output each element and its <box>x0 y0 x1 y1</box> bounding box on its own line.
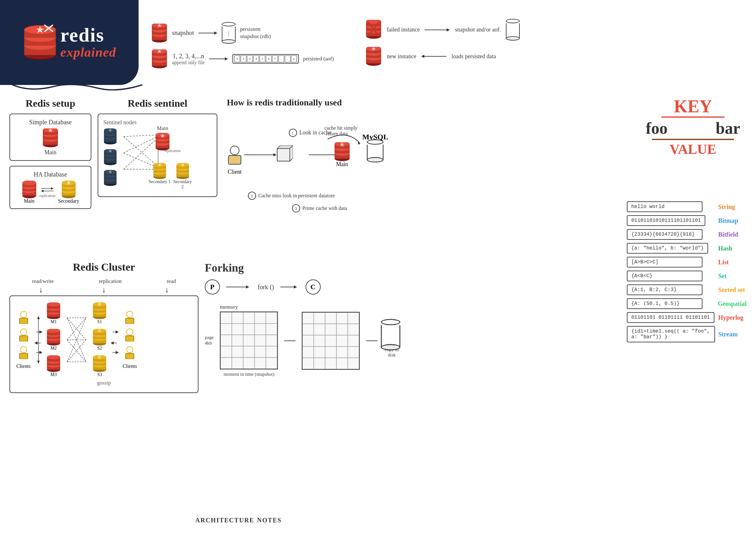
mysql-block: MySQL <box>362 133 389 161</box>
fork-arrow2-svg <box>280 282 299 292</box>
data-type-row-set: {A<B<C}Set <box>627 270 746 281</box>
mem-to-disk-arrow <box>284 335 295 347</box>
snapshot-aof-label: snapshot and/or aof. <box>455 26 500 33</box>
dt-type-string: String <box>715 203 746 211</box>
svg-text:1: 1 <box>292 131 294 135</box>
svg-point-94 <box>109 150 112 152</box>
cache-cube <box>274 145 293 165</box>
snapshot-cylinder <box>222 22 236 44</box>
svg-marker-248 <box>246 285 249 289</box>
dt-type-hash: Hash <box>715 245 746 252</box>
replication-arrows <box>41 187 54 193</box>
svg-rect-170 <box>19 353 28 359</box>
new-instance-icon <box>365 47 382 66</box>
svg-text:2: 2 <box>251 193 253 198</box>
dt-value-hyperlog: 01101101 01101111 01101101 <box>627 312 715 323</box>
setup-title: Redis setup <box>10 97 91 109</box>
process-c: C <box>306 279 321 294</box>
svg-marker-250 <box>294 285 297 289</box>
sentinel-main-label: Main <box>157 125 168 132</box>
svg-point-78 <box>67 181 70 184</box>
dt-type-bitmap: Bitmap <box>715 217 746 224</box>
svg-line-204 <box>67 318 86 340</box>
page-4kb-label: page 4kb <box>205 335 214 346</box>
data-type-row-hyperlog: 01101101 01101111 01101101Hyperlog <box>627 312 746 323</box>
sentinel-node1 <box>103 128 117 145</box>
dt-value-stream: {id1=time1.seq(( a: "foo", a: "bar")) } <box>627 326 715 343</box>
sentinel-node2 <box>103 149 117 165</box>
sentinel-section: Redis sentinel Sentinel nodes <box>98 97 217 197</box>
svg-text:cache hit simply: cache hit simply <box>324 125 358 131</box>
dt-value-string: hello world <box>627 201 702 212</box>
aof-strip: 12 34 56 7. .n <box>232 54 299 64</box>
clients-left: Clients <box>16 311 31 369</box>
sentinel-box: Sentinel nodes <box>98 114 217 197</box>
data-type-row-sortedset: {A:1, B:2, C:3}Sorted set <box>627 285 746 295</box>
simple-db-title: Simple Database <box>14 119 86 126</box>
failed-instance <box>365 20 382 40</box>
redis-logo-icon <box>23 24 57 61</box>
moment-label: moment in time (snapshot) <box>220 371 278 378</box>
ha-main-icon <box>22 181 37 198</box>
svg-marker-172 <box>37 316 40 319</box>
svg-marker-68 <box>51 187 54 190</box>
svg-point-135 <box>181 164 184 166</box>
new-instance-label: new instance <box>387 53 416 60</box>
forking-section: Forking P fork () C page 4kb memory <box>205 261 400 378</box>
ha-main-label: Main <box>24 198 35 204</box>
dt-type-hyperlog: Hyperlog <box>715 314 746 321</box>
svg-marker-70 <box>41 190 43 192</box>
data-type-row-bitfield: {23334}{6634720}{916}Bitfield <box>627 229 746 240</box>
svg-point-233 <box>98 356 101 359</box>
replication-label2: replication <box>98 278 122 285</box>
snapshot-arrow <box>199 30 217 36</box>
svg-marker-19 <box>214 32 217 35</box>
svg-point-241 <box>127 311 133 318</box>
kv-foo-label: foo <box>646 119 667 138</box>
dt-value-bitfield: {23334}{6634720}{916} <box>627 229 702 240</box>
clients-left-label: Clients <box>16 364 31 369</box>
svg-marker-30 <box>225 57 228 61</box>
s-nodes: S1 S2 <box>92 302 107 377</box>
svg-line-206 <box>67 340 86 362</box>
m2-label: M2 <box>51 346 57 351</box>
svg-rect-246 <box>126 353 134 359</box>
sentinel-sec1-icon <box>153 163 167 179</box>
svg-text:Prime cache with data: Prime cache with data <box>302 206 347 211</box>
dt-type-bitfield: Bitfield <box>715 231 746 238</box>
svg-point-245 <box>127 346 133 353</box>
data-types-table: hello worldString01101101010111101101101… <box>627 201 746 345</box>
header-subtitle: explained <box>61 45 116 60</box>
simple-db-card: Simple Database Main <box>10 114 91 161</box>
m1-label: M1 <box>51 319 57 324</box>
aof-dest-label: persisted (aof) <box>303 56 334 62</box>
failed-label: failed instance <box>387 26 419 33</box>
snapshot-label: snapshot <box>172 29 194 37</box>
how-main-label: Main <box>336 161 348 168</box>
client-m-arrows <box>34 312 43 368</box>
cluster-title: Redis Cluster <box>10 261 199 273</box>
dt-value-list: [A>B>C>C] <box>627 257 702 267</box>
persist-cylinder <box>506 19 520 40</box>
svg-point-169 <box>20 346 27 353</box>
setup-section: Redis setup Simple Database Main HA Data… <box>10 97 91 214</box>
simple-db-icon <box>42 128 59 147</box>
ha-db-title: HA Database <box>14 171 86 178</box>
clients-right-label: Clients <box>122 364 137 369</box>
memory-grid2 <box>302 312 360 370</box>
dt-value-hash: {a: "hello", b: "world"} <box>627 243 708 254</box>
header-swoosh <box>3 80 148 99</box>
memory-label: memory <box>220 304 278 310</box>
how-used-section: How is redis traditionally used Client 1… <box>227 97 403 221</box>
kv-value-label: VALUE <box>639 141 746 157</box>
svg-rect-154 <box>277 148 290 161</box>
svg-point-243 <box>127 329 133 335</box>
svg-text:Cache miss look in persistent : Cache miss look in persistent datatore <box>258 193 335 198</box>
svg-marker-41 <box>447 28 450 32</box>
svg-text:3: 3 <box>295 206 297 211</box>
svg-marker-238 <box>111 342 114 344</box>
how-main-block: Main <box>334 142 350 168</box>
dt-type-list: List <box>715 259 746 266</box>
ha-db-card: HA Database Main <box>10 166 91 209</box>
svg-point-102 <box>109 170 112 173</box>
